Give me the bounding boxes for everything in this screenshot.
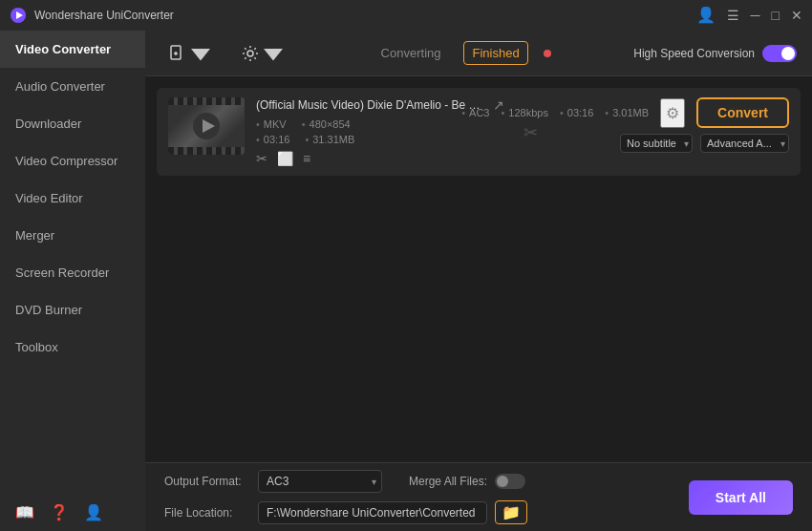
title-bar-controls: 👤 ☰ ─ □ ✕ [696, 8, 802, 23]
title-bar-left: Wondershare UniConverter [10, 7, 174, 24]
add-dropdown-icon [191, 44, 210, 63]
app-logo-icon [10, 7, 27, 24]
output-meta-row: AC3 128kbps 03:16 3.01MB ⚙ Convert [461, 97, 789, 128]
sidebar-item-toolbox[interactable]: Toolbox [0, 329, 145, 366]
merge-all-label: Merge All Files: [409, 475, 487, 488]
sidebar-item-video-converter[interactable]: Video Converter [0, 31, 145, 68]
file-list: (Official Music Video) Dixie D'Amelio - … [145, 76, 812, 462]
file-thumbnail [168, 97, 245, 155]
advanced-select-wrapper: Advanced A... [700, 134, 789, 153]
svg-marker-5 [191, 49, 210, 61]
add-file-button[interactable] [160, 40, 218, 67]
file-item: (Official Music Video) Dixie D'Amelio - … [157, 88, 801, 176]
output-size: 3.01MB [605, 107, 649, 118]
output-format-row: Output Format: AC3 Merge All Files: [164, 470, 670, 493]
title-bar: Wondershare UniConverter 👤 ☰ ─ □ ✕ [0, 0, 812, 31]
merge-row: Merge All Files: [409, 474, 525, 489]
file-location-label: File Location: [164, 506, 250, 520]
output-duration: 03:16 [560, 107, 593, 118]
tab-converting[interactable]: Converting [374, 42, 449, 64]
effects-icon[interactable]: ≡ [303, 151, 310, 166]
subtitle-select[interactable]: No subtitle [620, 134, 693, 153]
play-icon [192, 112, 221, 140]
film-strip-bottom [168, 147, 245, 155]
source-resolution: 480×854 [302, 118, 351, 130]
close-button[interactable]: ✕ [791, 9, 802, 22]
convert-button[interactable]: Convert [696, 97, 789, 128]
svg-point-6 [247, 51, 253, 56]
output-format-label: Output Format: [164, 475, 250, 488]
profile-icon[interactable]: 👤 [84, 503, 103, 521]
toolbar-right: High Speed Conversion [633, 45, 797, 62]
subtitle-select-wrapper: No subtitle [620, 134, 693, 153]
bottom-bar: Output Format: AC3 Merge All Files: File… [145, 462, 812, 531]
bottom-fields: Output Format: AC3 Merge All Files: File… [164, 470, 670, 524]
crop-icon[interactable]: ⬜ [277, 151, 293, 166]
maximize-button[interactable]: □ [772, 9, 780, 22]
file-edit-icons: ✂ ⬜ ≡ [256, 151, 504, 166]
advanced-select[interactable]: Advanced A... [700, 134, 789, 153]
help-book-icon[interactable]: 📖 [15, 503, 34, 521]
start-all-button[interactable]: Start All [689, 480, 793, 515]
sidebar-item-video-editor[interactable]: Video Editor [0, 180, 145, 217]
sidebar-item-merger[interactable]: Merger [0, 217, 145, 254]
sidebar-bottom: 📖 ❓ 👤 [0, 494, 145, 531]
minimize-button[interactable]: ─ [751, 9, 760, 22]
thumbnail-image [168, 97, 245, 155]
cut-icon[interactable]: ✂ [256, 151, 267, 166]
sidebar: Video Converter Audio Converter Download… [0, 31, 145, 531]
gear-icon [241, 44, 260, 63]
output-bitrate: 128kbps [501, 107, 547, 118]
browse-folder-button[interactable]: 📁 [495, 500, 527, 524]
sidebar-item-dvd-burner[interactable]: DVD Burner [0, 291, 145, 329]
notification-dot [544, 50, 551, 57]
source-size: 31.31MB [305, 134, 354, 145]
app-title: Wondershare UniConverter [34, 9, 174, 22]
add-file-icon [168, 44, 187, 63]
high-speed-label: High Speed Conversion [633, 47, 755, 60]
menu-icon[interactable]: ☰ [727, 9, 739, 22]
content-area: Converting Finished High Speed Conversio… [145, 31, 812, 531]
tab-finished[interactable]: Finished [463, 41, 527, 65]
output-section: AC3 128kbps 03:16 3.01MB ⚙ Convert No su… [557, 97, 789, 153]
svg-marker-7 [264, 49, 283, 61]
output-codec: AC3 [461, 107, 489, 118]
source-format: MKV [256, 118, 287, 130]
output-settings-button[interactable]: ⚙ [660, 98, 685, 128]
user-icon[interactable]: 👤 [696, 8, 716, 23]
question-icon[interactable]: ❓ [50, 503, 69, 521]
file-source-meta2: 03:16 31.31MB [256, 134, 504, 145]
merge-all-toggle[interactable] [495, 474, 525, 489]
file-location-input[interactable] [258, 501, 487, 524]
source-duration: 03:16 [256, 134, 289, 145]
sidebar-item-screen-recorder[interactable]: Screen Recorder [0, 254, 145, 291]
film-strip-top [168, 97, 245, 105]
tab-bar: Converting Finished [306, 41, 618, 65]
file-title: (Official Music Video) Dixie D'Amelio - … [256, 98, 485, 112]
high-speed-toggle[interactable] [762, 45, 797, 62]
sidebar-item-audio-converter[interactable]: Audio Converter [0, 68, 145, 105]
output-format-select-wrapper: AC3 [258, 470, 382, 493]
main-layout: Video Converter Audio Converter Download… [0, 31, 812, 531]
sidebar-item-downloader[interactable]: Downloader [0, 105, 145, 142]
main-toolbar: Converting Finished High Speed Conversio… [145, 31, 812, 76]
output-format-select[interactable]: AC3 [258, 470, 382, 493]
file-location-row: File Location: 📁 [164, 500, 670, 524]
settings-button[interactable] [233, 40, 290, 67]
sidebar-item-video-compressor[interactable]: Video Compressor [0, 142, 145, 180]
gear-dropdown-icon [264, 44, 283, 63]
output-selects: No subtitle Advanced A... [620, 134, 789, 153]
